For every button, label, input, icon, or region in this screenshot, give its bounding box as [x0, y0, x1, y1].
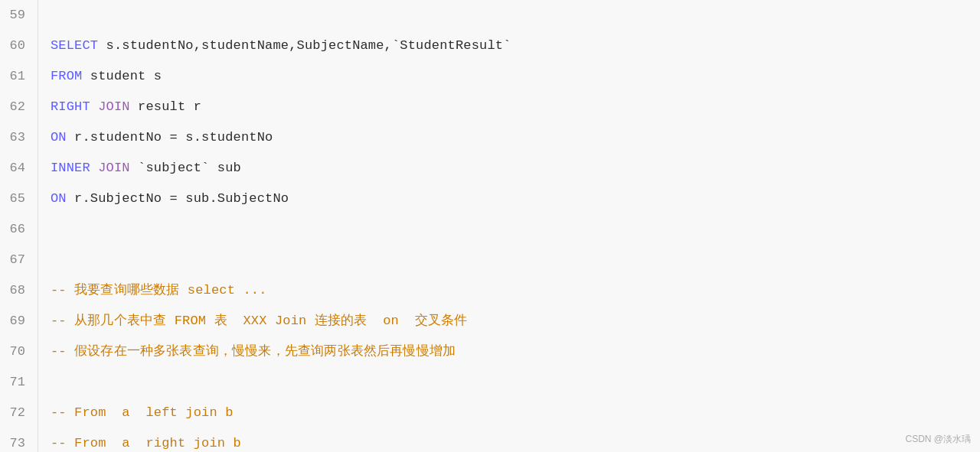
code-line: 64INNER JOIN `subject` sub [0, 153, 980, 184]
code-line: 67 [0, 245, 980, 275]
line-number: 66 [0, 214, 38, 245]
line-content: -- From a left join b [38, 398, 234, 428]
line-number: 65 [0, 184, 38, 214]
line-content: -- 从那几个表中查 FROM 表 XXX Join 连接的表 on 交叉条件 [38, 306, 467, 337]
line-number: 71 [0, 367, 38, 398]
line-number: 59 [0, 0, 38, 31]
line-content: -- 我要查询哪些数据 select ... [38, 275, 267, 306]
line-content: ON r.studentNo = s.studentNo [38, 122, 273, 153]
code-line: 71 [0, 367, 980, 398]
code-line: 62RIGHT JOIN result r [0, 92, 980, 122]
line-number: 70 [0, 337, 38, 367]
line-content: FROM student s [38, 61, 162, 92]
code-line: 68-- 我要查询哪些数据 select ... [0, 275, 980, 306]
code-line: 61FROM student s [0, 61, 980, 92]
code-line: 60SELECT s.studentNo,studentName,Subject… [0, 31, 980, 61]
line-number: 64 [0, 153, 38, 184]
line-content: -- From a right join b [38, 428, 241, 452]
code-line: 66 [0, 214, 980, 245]
code-line: 70-- 假设存在一种多张表查询，慢慢来，先查询两张表然后再慢慢增加 [0, 337, 980, 367]
line-number: 63 [0, 122, 38, 153]
line-number: 72 [0, 398, 38, 428]
code-line: 73-- From a right join b [0, 428, 980, 452]
line-content: RIGHT JOIN result r [38, 92, 201, 122]
line-content: ON r.SubjectNo = sub.SubjectNo [38, 184, 289, 214]
line-number: 67 [0, 245, 38, 275]
line-content: -- 假设存在一种多张表查询，慢慢来，先查询两张表然后再慢慢增加 [38, 337, 456, 367]
line-number: 73 [0, 428, 38, 452]
line-number: 68 [0, 275, 38, 306]
line-number: 60 [0, 31, 38, 61]
code-editor: 5960SELECT s.studentNo,studentName,Subje… [0, 0, 980, 452]
line-number: 69 [0, 306, 38, 337]
line-content: SELECT s.studentNo,studentName,SubjectNa… [38, 31, 511, 61]
code-line: 72-- From a left join b [0, 398, 980, 428]
watermark: CSDN @淡水瑀 [905, 433, 971, 446]
code-line: 65ON r.SubjectNo = sub.SubjectNo [0, 184, 980, 214]
code-line: 59 [0, 0, 980, 31]
line-number: 61 [0, 61, 38, 92]
code-line: 69-- 从那几个表中查 FROM 表 XXX Join 连接的表 on 交叉条… [0, 306, 980, 337]
line-number: 62 [0, 92, 38, 122]
line-content: INNER JOIN `subject` sub [38, 153, 241, 184]
code-line: 63ON r.studentNo = s.studentNo [0, 122, 980, 153]
